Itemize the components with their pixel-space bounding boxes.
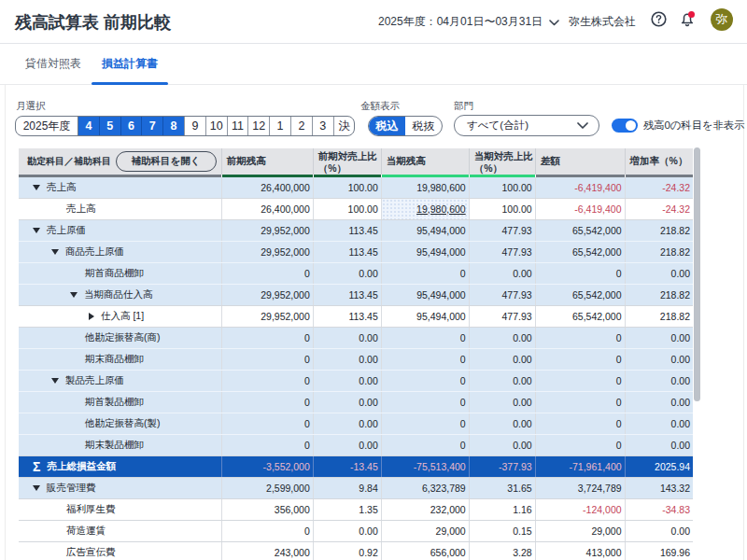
collapse-triangle-icon[interactable] [51,249,59,255]
month-cell-9[interactable]: 9 [184,117,205,135]
cell-increase-rate: -24.32 [626,177,693,198]
cell-difference: 29,000 [536,521,626,541]
table-row[interactable]: 荷造運賃00.0029,0000.1529,0000.00 [19,521,693,542]
cell-prev-balance: 2,599,000 [222,478,314,498]
cell-prev-sales-ratio: 100.00 [314,177,382,198]
cell-current-sales-ratio: 3.28 [470,542,536,560]
month-cell-2[interactable]: 2 [290,117,312,135]
cell-current-sales-ratio: 0.00 [470,263,536,284]
cell-account-name: 期末製品棚卸 [19,435,222,455]
cell-account-name: 販売管理費 [19,478,222,498]
user-avatar[interactable]: 弥 [711,8,733,31]
table-row[interactable]: 広告宣伝費243,0000.92656,0003.28413,000169.96 [19,542,693,560]
month-cell-8[interactable]: 8 [162,117,184,135]
account-name: 商品売上原価 [65,245,124,259]
table-row[interactable]: 売上原価29,952,000113.4595,494,000477.9365,5… [19,220,693,242]
collapse-triangle-icon[interactable] [33,228,40,233]
cell-increase-rate: -24.32 [626,199,693,219]
month-cell-4[interactable]: 4 [78,117,99,135]
hide-zero-balance-toggle[interactable] [612,119,638,133]
sigma-icon: Σ [33,460,40,473]
table-row[interactable]: 期首商品棚卸00.0000.0000.00 [19,263,693,285]
cell-increase-rate: 0.00 [626,521,693,541]
table-row[interactable]: 当期商品仕入高29,952,000113.4595,494,000477.936… [19,285,693,306]
table-row[interactable]: 期末製品棚卸00.0000.0000.00 [19,435,693,456]
cell-difference: 65,542,000 [536,285,626,305]
no-triangle-spacer [51,530,60,531]
cell-account-name: 他勘定振替高(商) [19,328,222,348]
table-row[interactable]: 販売管理費2,599,0009.846,323,78931.653,724,78… [19,478,693,499]
collapse-triangle-icon[interactable] [70,292,78,298]
fiscal-period-value: 2025年度：04月01日〜03月31日 [378,14,543,30]
cell-prev-sales-ratio: 0.00 [314,328,382,348]
month-cell-3[interactable]: 3 [312,117,333,135]
month-cell-5[interactable]: 5 [99,117,120,135]
cell-difference: -124,000 [536,499,626,520]
table-row[interactable]: 仕入高 [1]29,952,000113.4595,494,000477.936… [19,306,693,328]
company-name: 弥生株式会社 [569,0,636,44]
cell-current-sales-ratio: 0.00 [470,349,536,370]
cell-prev-balance: 29,952,000 [222,242,314,262]
table-body: 売上高26,400,000100.0019,980,600100.00-6,41… [19,177,693,560]
table-row[interactable]: 売上高26,400,000100.0019,980,600100.00-6,41… [19,199,693,220]
tax-option-税込[interactable]: 税込 [369,117,405,135]
account-name: 荷造運賃 [66,525,106,538]
vertical-scrollbar-thumb[interactable] [694,147,700,401]
no-triangle-spacer [51,208,60,209]
collapse-triangle-icon[interactable] [51,378,59,384]
table-row[interactable]: 福利厚生費356,0001.35232,0001.16-124,000-34.8… [19,499,693,521]
cell-current-balance: 0 [382,435,470,455]
account-name: 製品売上原価 [65,374,124,387]
no-triangle-spacer [70,273,78,273]
table-row-total[interactable]: Σ売上総損益金額-3,552,000-13.45-75,513,400-377.… [19,456,693,478]
cell-current-balance: 0 [382,413,470,434]
department-select[interactable]: すべて(合計) [454,115,599,136]
table-row[interactable]: 他勘定振替高(製)00.0000.0000.00 [19,413,693,435]
cell-prev-balance: 0 [222,392,314,413]
tab-income-statement[interactable]: 損益計算書 [92,56,168,84]
cell-current-sales-ratio: 1.16 [470,499,536,520]
account-name: 期首商品棚卸 [85,267,144,280]
account-name: 他勘定振替高(製) [85,417,161,430]
account-name: 売上高 [47,181,77,194]
cell-difference: -6,419,400 [536,199,626,219]
cell-increase-rate: 218.82 [626,220,693,241]
fiscal-period-select[interactable]: 2025年度：04月01日〜03月31日 [378,0,559,44]
cell-increase-rate: 0.00 [626,413,693,434]
month-cell-決[interactable]: 決 [333,117,355,135]
table-row[interactable]: 期首製品棚卸00.0000.0000.00 [19,392,693,413]
month-cell-11[interactable]: 11 [227,117,248,135]
open-subaccounts-button[interactable]: 補助科目を開く [116,151,217,172]
table-row[interactable]: 期末商品棚卸00.0000.0000.00 [19,349,693,371]
notification-bell-icon[interactable] [678,9,697,28]
expand-triangle-icon[interactable] [89,313,94,320]
table-row[interactable]: 他勘定振替高(商)00.0000.0000.00 [19,328,693,349]
tab-balance-sheet[interactable]: 貸借対照表 [15,56,92,84]
table-row[interactable]: 製品売上原価00.0000.0000.00 [19,371,693,392]
month-cell-1[interactable]: 1 [269,117,290,135]
cell-current-balance: 95,494,000 [382,242,470,262]
drilldown-link[interactable]: 19,980,600 [416,203,466,215]
account-name: 福利厚生費 [66,503,116,516]
cell-prev-balance: 0 [222,263,314,284]
cell-current-sales-ratio: -377.93 [470,456,536,477]
month-cell-10[interactable]: 10 [205,117,227,135]
cell-prev-sales-ratio: 0.00 [314,371,382,391]
collapse-triangle-icon[interactable] [33,485,40,491]
month-cell-6[interactable]: 6 [120,117,142,135]
cell-current-sales-ratio: 477.93 [470,285,536,305]
cell-current-balance: 6,323,789 [382,478,470,498]
tax-option-税抜[interactable]: 税抜 [405,117,442,135]
column-header-prev-sales-ratio: 前期対売上比（%） [314,148,382,175]
cell-difference: 0 [536,263,626,284]
collapse-triangle-icon[interactable] [33,185,40,190]
cell-increase-rate: 0.00 [626,328,693,348]
help-icon[interactable] [651,11,667,27]
table-row[interactable]: 売上高26,400,000100.0019,980,600100.00-6,41… [19,177,693,199]
cell-difference: 0 [536,371,626,391]
table-row[interactable]: 商品売上原価29,952,000113.4595,494,000477.9365… [19,242,693,263]
month-cell-7[interactable]: 7 [141,117,162,135]
month-cell-12[interactable]: 12 [247,117,269,135]
cell-prev-balance: 0 [222,435,314,455]
month-cell-year[interactable]: 2025年度 [16,117,78,135]
